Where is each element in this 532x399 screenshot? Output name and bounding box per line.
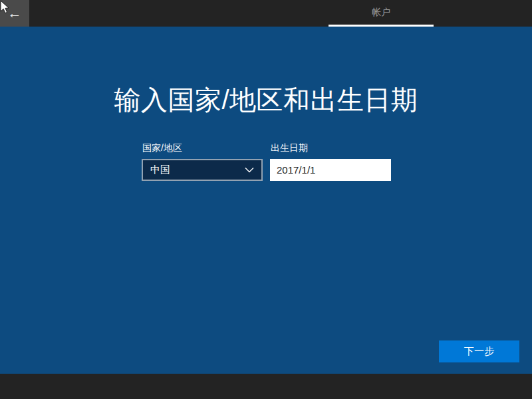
oobe-screen: ← 帐户 输入国家/地区和出生日期 国家/地区 中国 出生日期 下一步: [0, 0, 532, 399]
country-dropdown-value: 中国: [150, 164, 170, 176]
back-arrow-icon: ←: [8, 5, 22, 21]
top-bar: ← 帐户: [0, 0, 532, 27]
birthdate-input[interactable]: [270, 159, 391, 181]
tab-account-label: 帐户: [372, 7, 390, 19]
back-button[interactable]: ←: [0, 0, 29, 27]
birthdate-label: 出生日期: [271, 142, 308, 153]
country-label: 国家/地区: [142, 142, 182, 153]
country-dropdown[interactable]: 中国: [142, 159, 263, 181]
next-button[interactable]: 下一步: [439, 340, 519, 362]
next-button-label: 下一步: [464, 345, 494, 358]
chevron-down-icon: [245, 167, 254, 173]
page-title: 输入国家/地区和出生日期: [0, 82, 532, 117]
tab-account: 帐户: [329, 0, 434, 27]
bottom-bar: [0, 374, 532, 399]
